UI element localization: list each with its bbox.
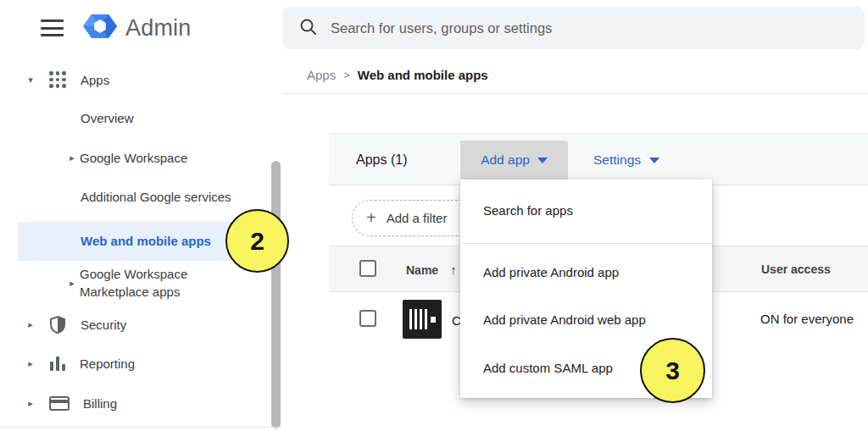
menu-item-add-private-android-app[interactable]: Add private Android app (483, 265, 619, 279)
admin-console-page: Admin Apps > Web and mobile apps ▾ Apps … (0, 0, 868, 431)
sidebar-item-billing[interactable]: ▸ Billing (25, 396, 117, 411)
sidebar-item-security[interactable]: ▸ Security (25, 315, 126, 334)
menu-item-add-custom-saml-app[interactable]: Add custom SAML app (483, 361, 613, 375)
admin-hexagon-logo-icon (83, 9, 117, 47)
hamburger-menu-icon[interactable] (41, 19, 66, 36)
search-input[interactable] (331, 20, 805, 36)
sidebar-item-apps[interactable]: ▾ Apps (25, 71, 109, 88)
credit-card-icon (49, 396, 70, 411)
sidebar-item-label: Billing (83, 396, 117, 411)
breadcrumb-parent-link[interactable]: Apps (307, 68, 336, 82)
settings-button[interactable]: Settings (593, 152, 659, 168)
annotation-step-2-badge: 2 (225, 209, 289, 273)
annotation-step-3-badge: 3 (640, 338, 705, 403)
caret-right-icon[interactable]: ▸ (25, 358, 36, 369)
sort-ascending-icon[interactable]: ↑ (450, 262, 457, 277)
sidebar-scrollbar[interactable] (271, 161, 281, 428)
sidebar-item-reporting[interactable]: ▸ Reporting (25, 356, 135, 371)
sidebar-item-label: Overview (81, 111, 134, 125)
sidebar-item-additional-google-services[interactable]: Additional Google services (81, 190, 231, 204)
product-title: Admin (125, 15, 192, 41)
column-header-name[interactable]: Name↑ (406, 262, 457, 277)
name-column-label: Name (406, 263, 438, 277)
sidebar-item-label: Security (81, 318, 126, 332)
apps-grid-icon (49, 71, 66, 88)
sidebar-item-google-workspace[interactable]: ▸ Google Workspace (67, 151, 187, 165)
caret-down-icon[interactable]: ▾ (25, 75, 36, 86)
brand-logo: Admin (83, 9, 192, 47)
sidebar-item-label: Apps (81, 73, 109, 87)
sidebar-item-label: Google Workspace (80, 151, 187, 165)
sidebar-item-label: Web and mobile apps (81, 234, 211, 248)
settings-label: Settings (593, 152, 641, 168)
bar-chart-icon (50, 356, 65, 371)
sidebar-item-label: Reporting (80, 356, 135, 371)
caret-right-icon[interactable]: ▸ (67, 278, 77, 289)
plus-icon: + (366, 208, 376, 228)
caret-down-icon (537, 157, 548, 163)
breadcrumb-current: Web and mobile apps (358, 68, 488, 82)
sidebar-item-label: Additional Google services (81, 190, 231, 204)
sidebar-item-label: Google Workspace Marketplace apps (80, 265, 215, 301)
breadcrumb-separator: > (343, 69, 350, 81)
apps-count-label: Apps (1) (356, 152, 407, 168)
menu-item-search-for-apps[interactable]: Search for apps (483, 203, 573, 218)
user-access-column-label: User access (761, 262, 831, 276)
caret-right-icon[interactable]: ▸ (25, 398, 36, 409)
add-app-label: Add app (481, 152, 530, 168)
user-access-cell: ON for everyone (760, 312, 854, 326)
caret-down-icon (649, 157, 659, 163)
shield-icon (48, 315, 67, 334)
sidebar-item-web-and-mobile-apps[interactable]: Web and mobile apps (18, 222, 261, 261)
add-app-button[interactable]: Add app (460, 141, 568, 180)
menu-item-add-private-android-web-app[interactable]: Add private Android web app (483, 312, 646, 327)
search-icon (299, 18, 317, 39)
select-all-checkbox[interactable] (359, 260, 376, 277)
app-logo-tile (403, 300, 442, 339)
column-header-user-access[interactable]: User access (761, 262, 831, 276)
caret-right-icon[interactable]: ▸ (25, 319, 36, 330)
add-filter-label: Add a filter (387, 211, 448, 225)
sidebar-item-gw-marketplace-apps[interactable]: ▸ Google Workspace Marketplace apps (67, 265, 215, 301)
global-search-bar[interactable] (282, 7, 865, 49)
row-checkbox[interactable] (359, 310, 376, 327)
breadcrumb-divider (282, 93, 868, 94)
menu-divider (460, 243, 712, 244)
sidebar-bottom-divider (0, 427, 281, 428)
caret-right-icon[interactable]: ▸ (67, 152, 77, 163)
breadcrumb: Apps > Web and mobile apps (307, 68, 488, 82)
sidebar-item-overview[interactable]: Overview (81, 111, 134, 125)
